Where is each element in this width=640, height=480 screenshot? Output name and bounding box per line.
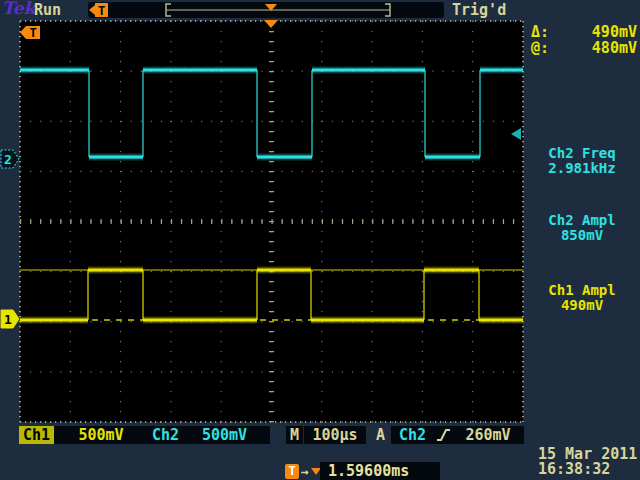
delay-time-readout[interactable]: 1.59600ms (320, 462, 440, 480)
trigger-source-label: Ch2 (391, 426, 426, 444)
cursor-at-value: 480mV (592, 39, 637, 57)
measurement-label: Ch2 Freq (526, 146, 638, 161)
trigger-status: Trig'd (452, 1, 506, 19)
rising-edge-icon (434, 427, 452, 443)
measurement-ch2-ampl: Ch2 Ampl 850mV (526, 213, 638, 243)
cursor-at-label: @: (531, 39, 549, 57)
timebase-readout[interactable]: 100µs (304, 426, 366, 444)
measurement-ch2-freq: Ch2 Freq 2.981kHz (526, 146, 638, 176)
ch2-scale-readout[interactable]: Ch2 500mV (148, 426, 270, 444)
oscilloscope-screen: T21T Tek Run Trig'd Δ: 490mV @: 480mV Ch… (0, 0, 640, 480)
measurement-value: 850mV (526, 228, 638, 243)
trigger-t-flag-label: T (29, 26, 36, 40)
measurement-ch1-ampl: Ch1 Ampl 490mV (526, 283, 638, 313)
record-view-t-label: T (98, 4, 105, 18)
ch1-channel-chip[interactable]: Ch1 (19, 426, 54, 444)
measurement-label: Ch2 Ampl (526, 213, 638, 228)
time-display: 16:38:32 (538, 460, 610, 478)
tek-logo: Tek (2, 0, 35, 18)
delay-indicator: T → (285, 463, 322, 479)
measurement-label: Ch1 Ampl (526, 283, 638, 298)
ch2-scale-value: 500mV (179, 426, 270, 444)
measurement-value: 490mV (526, 298, 638, 313)
trigger-level-value: 260mV (452, 426, 524, 444)
trigger-readout[interactable]: Ch2 260mV (391, 426, 524, 444)
ch1-ground-marker-label: 1 (4, 312, 12, 327)
delay-arrow-icon: → (301, 464, 309, 479)
acquisition-state: Run (34, 1, 61, 19)
timebase-m-label: M (286, 426, 303, 444)
ch2-channel-label: Ch2 (148, 426, 179, 444)
ch2-ground-marker-label: 2 (4, 152, 12, 167)
measurement-value: 2.981kHz (526, 161, 638, 176)
ch1-scale-readout[interactable]: 500mV (54, 426, 148, 444)
delay-t-icon: T (285, 464, 299, 479)
cursor-at-readout: @: 480mV (531, 39, 637, 57)
trigger-a-label: A (376, 426, 385, 444)
